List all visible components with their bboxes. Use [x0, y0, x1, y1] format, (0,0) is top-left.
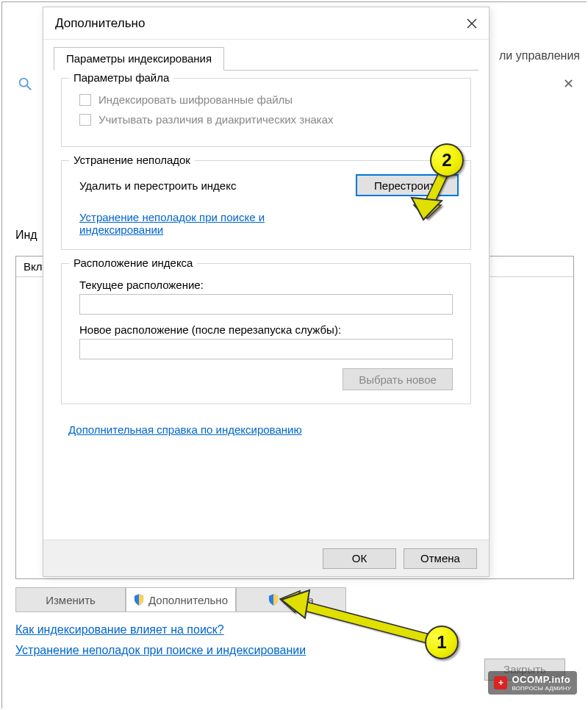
bg-link-troubleshoot[interactable]: Устранение неполадок при поиске и индекс… [15, 644, 306, 657]
dialog-body: Параметры индексирования Параметры файла… [43, 40, 489, 443]
watermark-subtext: ВОПРОСЫ АДМИНУ [512, 685, 571, 692]
rebuild-button[interactable]: Перестроить [356, 174, 459, 196]
dialog-titlebar: Дополнительно [43, 7, 489, 40]
group-troubleshoot-legend: Устранение неполадок [69, 154, 195, 166]
help-link[interactable]: Дополнительная справка по индексированию [68, 423, 302, 436]
dialog-footer: ОК Отмена [43, 539, 489, 576]
current-location-label: Текущее расположение: [79, 279, 460, 291]
shield-icon [268, 594, 279, 606]
checkbox-icon[interactable] [79, 94, 91, 106]
new-location-field[interactable] [79, 339, 453, 359]
delete-rebuild-label: Удалить и перестроить индекс [79, 179, 236, 192]
group-troubleshoot: Устранение неполадок Удалить и перестрои… [61, 160, 471, 250]
bg-pause-button[interactable]: Пауза [236, 587, 346, 612]
bg-pause-label: Пауза [283, 594, 314, 606]
current-location-field[interactable] [79, 294, 453, 315]
tab-indexing-params[interactable]: Параметры индексирования [54, 47, 224, 71]
bg-buttons-row: Изменить Дополнительно Пауза [15, 587, 427, 612]
bg-change-label: Изменить [46, 594, 96, 606]
group-file-params: Параметры файла Индексировать шифрованны… [61, 78, 471, 147]
bg-label-ind: Инд [15, 229, 37, 242]
watermark: + OCOMP.info ВОПРОСЫ АДМИНУ [488, 671, 577, 695]
watermark-text: OCOMP.info [512, 674, 570, 685]
bg-link-how-affects[interactable]: Как индексирование влияет на поиск? [15, 623, 306, 637]
group-location-legend: Расположение индекса [69, 257, 197, 269]
svg-point-0 [20, 79, 28, 87]
shield-icon [134, 594, 144, 606]
group-index-location: Расположение индекса Текущее расположени… [61, 263, 471, 404]
checkbox-diacritics-row[interactable]: Учитывать различия в диакритических знак… [79, 113, 460, 126]
troubleshoot-link[interactable]: Устранение неполадок при поиске и индекс… [79, 211, 265, 236]
bg-window-icon [17, 76, 33, 92]
cancel-button[interactable]: Отмена [404, 548, 477, 569]
tab-strip: Параметры индексирования [54, 47, 478, 71]
checkbox-encrypted-label: Индексировать шифрованные файлы [98, 93, 293, 106]
choose-new-button[interactable]: Выбрать новое [343, 368, 453, 390]
bg-links: Как индексирование влияет на поиск? Устр… [15, 623, 306, 664]
ok-button[interactable]: ОК [323, 548, 396, 569]
bg-advanced-label: Дополнительно [148, 594, 228, 606]
bg-change-button[interactable]: Изменить [15, 587, 126, 612]
new-location-label: Новое расположение (после перезапуска сл… [79, 323, 460, 336]
bg-advanced-button[interactable]: Дополнительно [126, 587, 236, 612]
checkbox-icon[interactable] [79, 114, 91, 126]
dialog-title: Дополнительно [55, 16, 145, 31]
advanced-options-dialog: Дополнительно Параметры индексирования П… [43, 7, 490, 577]
svg-line-1 [27, 86, 32, 90]
checkbox-diacritics-label: Учитывать различия в диакритических знак… [98, 113, 334, 126]
close-icon [467, 18, 477, 29]
checkbox-encrypted-row[interactable]: Индексировать шифрованные файлы [79, 93, 460, 106]
group-file-legend: Параметры файла [69, 71, 173, 84]
bg-close-icon[interactable]: ✕ [563, 76, 574, 92]
bg-control-panel-text: ли управления [499, 49, 580, 62]
dialog-close-button[interactable] [455, 7, 489, 40]
watermark-icon: + [494, 676, 507, 689]
